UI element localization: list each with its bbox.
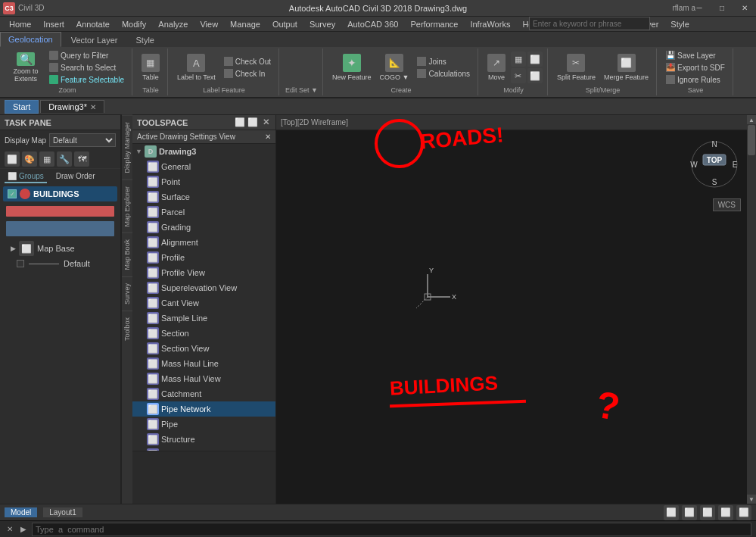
export-sdf-button[interactable]: 📤 Export to SDF [663, 62, 728, 73]
model-tab[interactable]: Model [5, 507, 37, 517]
joins-button[interactable]: Joins [414, 56, 472, 67]
cogo-button[interactable]: 📐 COGO ▼ [377, 51, 412, 84]
table-icon[interactable]: ▦ [39, 151, 54, 167]
tree-item-pipe[interactable]: ⬜ Pipe [132, 417, 275, 432]
status-icon-5[interactable]: ⬜ [736, 505, 751, 520]
toolspace-icon-1[interactable]: ⬜ [235, 117, 245, 128]
tools-icon[interactable]: 🔧 [57, 151, 72, 167]
tree-item-profile[interactable]: ⬜ Profile [132, 250, 275, 265]
move-button[interactable]: ↗ Move [484, 51, 509, 84]
menu-analyze[interactable]: Analyze [152, 17, 194, 31]
tree-item-surface[interactable]: ⬜ Surface [132, 189, 275, 204]
search-input[interactable] [529, 17, 650, 30]
status-icon-4[interactable]: ⬜ [718, 505, 733, 520]
menu-view[interactable]: View [194, 17, 224, 31]
drawing-tab-close[interactable]: ✕ [90, 103, 96, 111]
check-in-button[interactable]: Check In [221, 68, 274, 79]
maps-icon[interactable]: 🗺 [74, 151, 89, 167]
status-icon-3[interactable]: ⬜ [700, 505, 715, 520]
tree-item-superelevation[interactable]: ⬜ Superelevation View [132, 280, 275, 295]
ribbon-tab-vector-layer[interactable]: Vector Layer [63, 33, 126, 47]
data-icon[interactable]: ⬜ [5, 151, 20, 167]
new-feature-button[interactable]: ✦ New Feature [329, 51, 375, 84]
scroll-track-v[interactable] [747, 124, 756, 495]
tree-item-mass-haul-view[interactable]: ⬜ Mass Haul View [132, 371, 275, 386]
calculations-button[interactable]: Calculations [414, 68, 472, 79]
menu-home[interactable]: Home [3, 17, 37, 31]
menu-output[interactable]: Output [266, 17, 303, 31]
maximize-button[interactable]: □ [711, 0, 733, 16]
menu-survey[interactable]: Survey [303, 17, 341, 31]
tree-item-parcel[interactable]: ⬜ Parcel [132, 204, 275, 220]
display-manager-tab[interactable]: Display Manager [122, 115, 132, 180]
label-to-text-button[interactable]: A Label to Text [174, 51, 219, 84]
ribbon-tab-geolocation[interactable]: Geolocation [0, 32, 61, 47]
style-icon[interactable]: 🎨 [22, 151, 37, 167]
ignore-rules-button[interactable]: Ignore Rules [663, 74, 728, 85]
active-drawing-close[interactable]: ✕ [265, 133, 271, 141]
menu-style[interactable]: Style [664, 17, 695, 31]
tree-item-profile-view[interactable]: ⬜ Profile View [132, 265, 275, 280]
tree-item-mass-haul-line[interactable]: ⬜ Mass Haul Line [132, 356, 275, 371]
buildings-checkbox[interactable]: ✓ [8, 189, 17, 198]
table-button[interactable]: ▦ Table [138, 51, 163, 84]
menu-manage[interactable]: Manage [224, 17, 266, 31]
status-icon-1[interactable]: ⬜ [664, 505, 679, 520]
menu-autocad360[interactable]: AutoCAD 360 [341, 17, 404, 31]
modify-btn-1[interactable]: ▦ [511, 52, 526, 67]
viewport-scrollbar-vertical[interactable]: ▲ ▼ [747, 115, 756, 504]
viewport[interactable]: [Top][2D Wireframe] N S W E TOP WCS Y X … [276, 115, 756, 504]
tree-item-cant-view[interactable]: ⬜ Cant View [132, 295, 275, 311]
default-layer-row[interactable]: Default [0, 258, 120, 270]
layout1-tab[interactable]: Layout1 [43, 507, 82, 517]
map-explorer-tab[interactable]: Map Explorer [122, 180, 132, 233]
modify-btn-2[interactable]: ⬜ [527, 52, 543, 67]
menu-modify[interactable]: Modify [116, 17, 152, 31]
scroll-up-button[interactable]: ▲ [747, 115, 756, 124]
close-button[interactable]: ✕ [733, 0, 756, 16]
split-feature-button[interactable]: ✂ Split Feature [554, 51, 599, 84]
drawing-tab[interactable]: Drawing3* ✕ [40, 100, 104, 113]
zoom-extents-button[interactable]: 🔍 Zoom to Extents [8, 51, 44, 84]
tree-item-structure[interactable]: ⬜ Structure [132, 432, 275, 447]
display-map-select[interactable]: Default [49, 133, 116, 147]
tree-item-sample-line[interactable]: ⬜ Sample Line [132, 311, 275, 326]
map-book-tab[interactable]: Map Book [122, 233, 132, 276]
tree-item-pipe-network[interactable]: ⬜ Pipe Network [132, 401, 275, 417]
survey-tab[interactable]: Survey [122, 276, 132, 311]
tree-item-grading[interactable]: ⬜ Grading [132, 220, 275, 235]
buildings-layer-row[interactable]: ✓ BUILDINGS [3, 186, 117, 201]
modify-btn-4[interactable]: ⬜ [527, 68, 543, 83]
menu-infraworks[interactable]: InfraWorks [464, 17, 516, 31]
tree-item-section-view[interactable]: ⬜ Section View [132, 341, 275, 356]
map-base-row[interactable]: ▶ ⬜ Map Base [0, 239, 120, 258]
feature-selectable-button[interactable]: Feature Selectable [46, 74, 127, 85]
search-to-select-button[interactable]: Search to Select [46, 62, 127, 73]
draw-order-tab[interactable]: Draw Order [53, 170, 98, 183]
merge-feature-button[interactable]: ⬜ Merge Feature [601, 51, 652, 84]
check-out-button[interactable]: Check Out [221, 56, 274, 67]
tree-item-section[interactable]: ⬜ Section [132, 326, 275, 341]
command-close-button[interactable]: ✕ [5, 524, 15, 535]
default-checkbox[interactable] [17, 260, 24, 267]
save-layer-button[interactable]: 💾 Save Layer [663, 50, 728, 61]
tree-root-drawing[interactable]: ▼ D Drawing3 [132, 144, 275, 159]
status-icon-2[interactable]: ⬜ [682, 505, 697, 520]
window-controls[interactable]: ─ □ ✕ [688, 0, 756, 16]
scroll-thumb-v[interactable] [748, 125, 755, 155]
menu-insert[interactable]: Insert [37, 17, 70, 31]
start-tab[interactable]: Start [5, 100, 39, 114]
tree-item-general[interactable]: ⬜ General [132, 159, 275, 174]
modify-btn-3[interactable]: ✂ [511, 68, 526, 83]
toolspace-close-icon[interactable]: ✕ [260, 117, 271, 128]
ribbon-tab-style[interactable]: Style [127, 33, 162, 47]
tree-item-catchment[interactable]: ⬜ Catchment [132, 386, 275, 401]
menu-performance[interactable]: Performance [404, 17, 464, 31]
tree-item-alignment[interactable]: ⬜ Alignment [132, 235, 275, 250]
query-to-filter-button[interactable]: Query to Filter [46, 50, 127, 61]
menu-annotate[interactable]: Annotate [70, 17, 116, 31]
groups-tab[interactable]: ⬜ Groups [5, 170, 47, 183]
tree-item-point[interactable]: ⬜ Point [132, 174, 275, 189]
scroll-down-button[interactable]: ▼ [747, 495, 756, 504]
command-more-button[interactable]: ▶ [18, 524, 29, 535]
